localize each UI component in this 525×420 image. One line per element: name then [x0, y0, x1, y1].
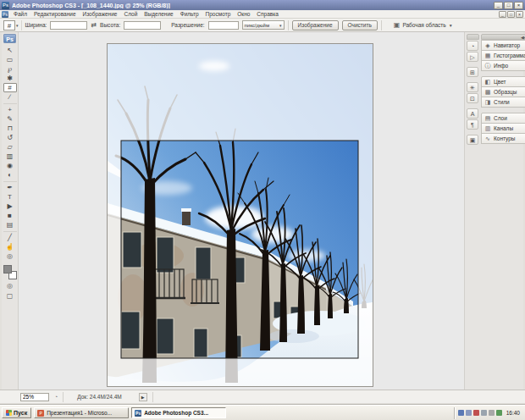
- menu-item[interactable]: Просмотр: [202, 11, 235, 17]
- workspace-switcher[interactable]: ▣ Рабочая область ▼: [394, 21, 453, 29]
- front-image-button[interactable]: Изображение: [292, 20, 339, 30]
- tool-icon: ✒: [7, 184, 13, 191]
- minimize-button[interactable]: _: [494, 2, 503, 9]
- dodge-tool[interactable]: ◐: [3, 170, 17, 180]
- color-swatches: [3, 265, 17, 279]
- photoshop-logo[interactable]: Ps: [3, 34, 16, 43]
- status-separator: [63, 392, 64, 402]
- tray-icon-4[interactable]: [481, 410, 487, 416]
- paragraph-panel-icon[interactable]: ¶: [467, 119, 478, 130]
- gradient-tool[interactable]: ▥: [3, 152, 17, 161]
- tool-icon: ◐: [8, 171, 12, 179]
- quick-selection-tool[interactable]: ✱: [3, 74, 17, 83]
- clone-stamp-tool[interactable]: ⊓: [3, 124, 17, 133]
- panel-icon: ◨: [484, 99, 491, 106]
- tray-icon-2[interactable]: [466, 410, 472, 416]
- tool-icon: ✎: [7, 115, 13, 123]
- history-panel-icon[interactable]: ◔: [467, 41, 478, 51]
- tray-icon-6[interactable]: [496, 410, 502, 416]
- panel-icon: ▦: [484, 52, 491, 59]
- panel-info[interactable]: ⓘ Инфо: [481, 60, 525, 71]
- actions-panel-icon[interactable]: ▷: [467, 52, 478, 62]
- panel-label: Стили: [494, 99, 510, 105]
- screen-mode-button[interactable]: ▢: [4, 291, 16, 301]
- unit-dropdown-arrow: ▾: [279, 23, 282, 28]
- lasso-tool[interactable]: ℘: [3, 64, 17, 74]
- height-input[interactable]: [124, 21, 161, 30]
- task-label: Презентация1 - Microso...: [47, 410, 112, 416]
- tray-icon-3[interactable]: [473, 410, 479, 416]
- foreground-color-swatch[interactable]: [3, 265, 12, 274]
- menu-item[interactable]: Выделение: [141, 11, 176, 17]
- tray-icon-1[interactable]: [458, 410, 464, 416]
- menu-item[interactable]: Файл: [10, 11, 30, 17]
- tray-icon-5[interactable]: [489, 410, 495, 416]
- windows-logo-icon: [6, 410, 12, 416]
- blur-tool[interactable]: ◉: [3, 161, 17, 170]
- pen-tool[interactable]: ✒: [3, 181, 17, 192]
- doc-close-button[interactable]: ×: [516, 11, 523, 18]
- menu-item[interactable]: Фильтр: [177, 11, 202, 17]
- doc-minimize-button[interactable]: _: [499, 11, 506, 18]
- tool-presets-panel-icon[interactable]: ⊞: [467, 67, 478, 77]
- preset-dropdown-arrow[interactable]: ▾: [16, 23, 19, 28]
- hand-tool[interactable]: ☝: [3, 242, 17, 251]
- quick-mask-button[interactable]: ◎: [4, 281, 16, 290]
- history-brush-tool[interactable]: ↺: [3, 133, 17, 142]
- rectangle-tool[interactable]: ■: [3, 211, 17, 220]
- panel-icon: ▥: [484, 125, 491, 132]
- task-icon: Ps: [135, 410, 141, 417]
- close-button[interactable]: ×: [514, 2, 523, 9]
- status-menu-arrow[interactable]: ▶: [139, 393, 147, 401]
- clone-source-panel-icon[interactable]: ⊡: [467, 93, 478, 103]
- move-tool[interactable]: ↖: [3, 46, 17, 55]
- tool-preset-picker[interactable]: # ▾: [3, 20, 22, 30]
- eraser-tool[interactable]: ▱: [3, 142, 17, 152]
- menu-bar: Ps ФайлРедактированиеИзображениеСлойВыде…: [0, 10, 525, 19]
- panel-icon: ▩: [484, 89, 491, 96]
- panel-icon: ▣: [470, 137, 476, 143]
- rectangular-marquee-tool[interactable]: ▭: [3, 55, 17, 64]
- zoom-level-input[interactable]: [20, 393, 49, 401]
- document-image[interactable]: [108, 44, 373, 386]
- dock-strip-header[interactable]: [467, 34, 479, 40]
- start-button[interactable]: Пуск: [2, 407, 31, 418]
- panel-icon: A: [471, 111, 475, 117]
- menu-item[interactable]: Окно: [234, 11, 253, 17]
- path-selection-tool[interactable]: ▶: [3, 202, 17, 211]
- layer-comps-panel-icon[interactable]: ▣: [467, 135, 478, 145]
- resolution-input[interactable]: [208, 21, 239, 30]
- type-tool[interactable]: T: [3, 192, 17, 202]
- spot-healing-brush-tool[interactable]: +: [3, 103, 17, 114]
- tool-icon: #: [8, 84, 11, 91]
- menu-item[interactable]: Изображение: [80, 11, 121, 17]
- width-input[interactable]: [50, 21, 87, 30]
- maximize-button[interactable]: □: [504, 2, 513, 9]
- photo-winter-street[interactable]: [108, 44, 373, 386]
- task-photoshop[interactable]: Ps Adobe Photoshop CS3...: [131, 407, 226, 418]
- slice-tool[interactable]: ∕: [3, 92, 17, 102]
- clear-button[interactable]: Очистить: [342, 20, 378, 30]
- dock-collapse-arrows[interactable]: ◀◀: [481, 34, 525, 40]
- tool-icon: ↖: [7, 47, 13, 54]
- document-canvas-area[interactable]: [19, 32, 464, 390]
- crop-tool[interactable]: #: [3, 83, 17, 92]
- menu-item[interactable]: Справка: [253, 11, 282, 17]
- character-panel-icon[interactable]: A: [467, 108, 478, 119]
- menu-item[interactable]: Редактирование: [30, 11, 80, 17]
- brushes-panel-icon[interactable]: ✳: [467, 82, 478, 92]
- panel-paths[interactable]: ∿ Контуры: [481, 133, 525, 144]
- tool-icon: ■: [8, 212, 12, 219]
- swap-dimensions-icon[interactable]: ⇄: [91, 21, 97, 30]
- panel-icon: ⊡: [470, 96, 475, 102]
- notes-tool[interactable]: ▤: [3, 220, 17, 229]
- eyedropper-tool[interactable]: ╱: [3, 231, 17, 242]
- brush-tool[interactable]: ✎: [3, 114, 17, 124]
- menu-item[interactable]: Слой: [120, 11, 141, 17]
- task-powerpoint[interactable]: P Презентация1 - Microso...: [34, 407, 129, 418]
- doc-restore-button[interactable]: □: [507, 11, 515, 18]
- zoom-tool[interactable]: ◎: [3, 251, 17, 261]
- resolution-unit-select[interactable]: пикс/дюйм ▾: [242, 20, 285, 30]
- panel-styles[interactable]: ◨ Стили: [481, 97, 525, 108]
- taskbar: Пуск P Презентация1 - Microso... Ps Adob…: [0, 405, 525, 420]
